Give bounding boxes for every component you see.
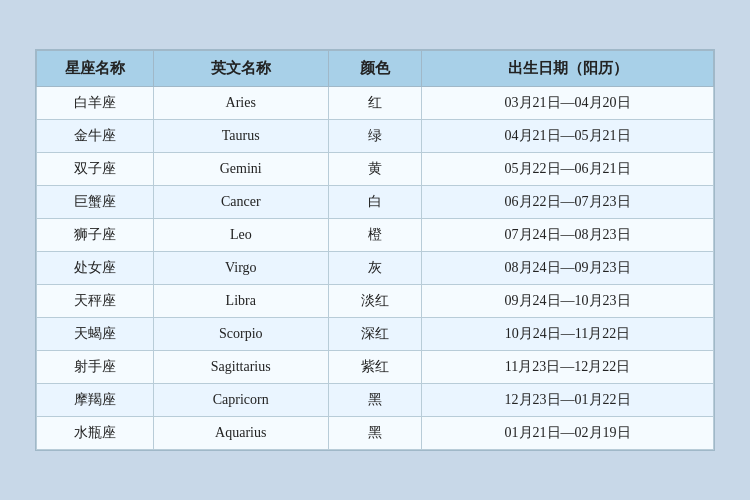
table-row: 摩羯座Capricorn黑12月23日—01月22日 [37,384,714,417]
cell-chinese: 双子座 [37,153,154,186]
cell-date: 05月22日—06月21日 [422,153,714,186]
cell-color: 红 [328,87,421,120]
cell-chinese: 摩羯座 [37,384,154,417]
table-row: 射手座Sagittarius紫红11月23日—12月22日 [37,351,714,384]
cell-date: 01月21日—02月19日 [422,417,714,450]
header-english: 英文名称 [153,51,328,87]
cell-english: Capricorn [153,384,328,417]
cell-color: 黑 [328,417,421,450]
zodiac-table-container: 星座名称 英文名称 颜色 出生日期（阳历） 白羊座Aries红03月21日—04… [35,49,715,451]
cell-date: 04月21日—05月21日 [422,120,714,153]
header-color: 颜色 [328,51,421,87]
table-row: 金牛座Taurus绿04月21日—05月21日 [37,120,714,153]
cell-english: Leo [153,219,328,252]
table-row: 双子座Gemini黄05月22日—06月21日 [37,153,714,186]
cell-chinese: 天蝎座 [37,318,154,351]
cell-english: Gemini [153,153,328,186]
cell-color: 橙 [328,219,421,252]
table-body: 白羊座Aries红03月21日—04月20日金牛座Taurus绿04月21日—0… [37,87,714,450]
cell-english: Aries [153,87,328,120]
cell-english: Cancer [153,186,328,219]
cell-english: Libra [153,285,328,318]
cell-english: Scorpio [153,318,328,351]
cell-chinese: 水瓶座 [37,417,154,450]
cell-date: 06月22日—07月23日 [422,186,714,219]
table-row: 巨蟹座Cancer白06月22日—07月23日 [37,186,714,219]
cell-color: 黄 [328,153,421,186]
header-date: 出生日期（阳历） [422,51,714,87]
cell-chinese: 天秤座 [37,285,154,318]
table-row: 白羊座Aries红03月21日—04月20日 [37,87,714,120]
cell-color: 绿 [328,120,421,153]
zodiac-table: 星座名称 英文名称 颜色 出生日期（阳历） 白羊座Aries红03月21日—04… [36,50,714,450]
table-row: 天蝎座Scorpio深红10月24日—11月22日 [37,318,714,351]
table-row: 处女座Virgo灰08月24日—09月23日 [37,252,714,285]
cell-color: 紫红 [328,351,421,384]
cell-english: Taurus [153,120,328,153]
table-header-row: 星座名称 英文名称 颜色 出生日期（阳历） [37,51,714,87]
cell-color: 淡红 [328,285,421,318]
cell-chinese: 白羊座 [37,87,154,120]
cell-date: 11月23日—12月22日 [422,351,714,384]
cell-english: Virgo [153,252,328,285]
table-row: 水瓶座Aquarius黑01月21日—02月19日 [37,417,714,450]
cell-chinese: 处女座 [37,252,154,285]
cell-color: 白 [328,186,421,219]
cell-date: 12月23日—01月22日 [422,384,714,417]
table-row: 天秤座Libra淡红09月24日—10月23日 [37,285,714,318]
cell-color: 黑 [328,384,421,417]
cell-chinese: 射手座 [37,351,154,384]
cell-date: 09月24日—10月23日 [422,285,714,318]
cell-color: 深红 [328,318,421,351]
header-chinese: 星座名称 [37,51,154,87]
cell-chinese: 狮子座 [37,219,154,252]
cell-chinese: 巨蟹座 [37,186,154,219]
cell-date: 10月24日—11月22日 [422,318,714,351]
cell-date: 08月24日—09月23日 [422,252,714,285]
cell-english: Sagittarius [153,351,328,384]
cell-date: 03月21日—04月20日 [422,87,714,120]
table-row: 狮子座Leo橙07月24日—08月23日 [37,219,714,252]
cell-english: Aquarius [153,417,328,450]
cell-chinese: 金牛座 [37,120,154,153]
cell-date: 07月24日—08月23日 [422,219,714,252]
cell-color: 灰 [328,252,421,285]
